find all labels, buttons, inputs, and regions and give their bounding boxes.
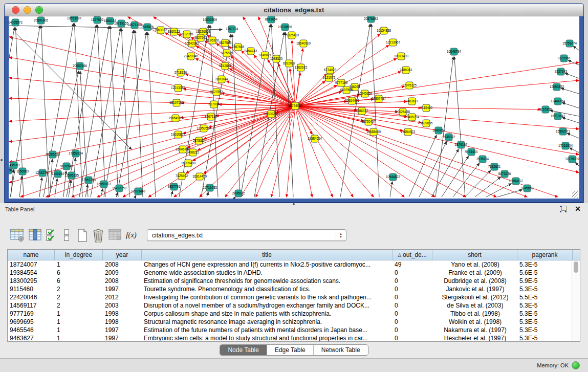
splitter-handle[interactable]: ▲ [292, 201, 296, 206]
network-node[interactable]: 12213382 [171, 84, 186, 92]
column-header-out_de[interactable]: △out_de... [393, 250, 432, 260]
network-node[interactable]: 1362615 [295, 64, 308, 71]
network-node[interactable]: 9474444 [465, 148, 478, 156]
network-node[interactable]: 12093832 [550, 83, 564, 91]
tab-edge-table[interactable]: Edge Table [267, 345, 314, 355]
network-node[interactable]: 16648784 [447, 48, 462, 55]
table-row[interactable]: 1830029562008Estimation of significance … [8, 277, 580, 285]
network-node[interactable]: 13505135 [64, 172, 79, 179]
network-node[interactable]: 2935114 [476, 156, 489, 163]
network-node[interactable]: 10653287 [67, 16, 82, 22]
network-node[interactable]: 18495794 [405, 114, 420, 121]
column-header-in_degree[interactable]: in_degree [55, 250, 103, 260]
table-row[interactable]: 977716911998Corpus callosum shape and si… [8, 310, 580, 318]
network-node[interactable]: 1435061 [9, 162, 20, 169]
network-node[interactable]: 20876682 [364, 16, 379, 23]
network-node[interactable]: 817004 [208, 101, 220, 108]
network-node[interactable]: 12213967 [386, 39, 401, 46]
table-vertical-scrollbar[interactable] [572, 260, 580, 341]
network-node[interactable]: 17975125 [402, 82, 417, 89]
network-node[interactable]: 8813054 [265, 16, 278, 23]
network-node[interactable]: 1588520 [270, 55, 283, 62]
network-node[interactable]: 7986372 [356, 107, 368, 115]
network-node[interactable]: 9463627 [406, 98, 419, 105]
column-header-name[interactable]: name [8, 250, 55, 260]
tab-network-table[interactable]: Network Table [314, 345, 368, 355]
network-window-titlebar[interactable]: citations_edges.txt [5, 4, 583, 16]
network-table-select[interactable]: citations_edges.txt ▲▼ [147, 229, 346, 241]
table-row[interactable]: 946362711997Embryonic stem cells: a mode… [8, 334, 580, 342]
network-node[interactable]: 1156863 [16, 168, 29, 175]
network-node[interactable]: 8215958 [539, 106, 552, 113]
network-node[interactable]: 2803144 [215, 76, 228, 83]
table-settings-icon[interactable] [10, 229, 25, 242]
network-node[interactable]: 20891406 [34, 17, 49, 24]
network-node[interactable]: 2495022 [232, 190, 245, 197]
network-node[interactable]: 7485063 [400, 67, 412, 74]
network-node[interactable]: 2367608 [232, 43, 245, 51]
network-node[interactable]: 9857791 [168, 183, 181, 190]
network-node[interactable]: 13325419 [285, 32, 299, 39]
select-functions-icon[interactable] [46, 229, 57, 242]
network-node[interactable]: 8454743 [245, 48, 257, 55]
network-node[interactable]: 7357224 [226, 26, 238, 33]
network-node[interactable]: 12353594 [197, 125, 211, 132]
canvas-resize-grip[interactable] [572, 191, 578, 198]
table-row[interactable]: 1938455462009Genome-wide association stu… [8, 269, 580, 277]
float-panel-icon[interactable] [560, 206, 567, 212]
network-graph[interactable]: 1872400767340239121072977716974626664975… [9, 16, 579, 199]
network-node[interactable]: 20206536 [46, 151, 60, 158]
network-node[interactable]: 15892971 [556, 128, 571, 135]
panel-collapse-arrow[interactable]: ◂ [0, 158, 3, 162]
table-row[interactable]: 1872400712008Changes of HCN gene express… [8, 260, 580, 269]
network-node[interactable]: 19654923 [401, 128, 416, 136]
network-node[interactable]: 12923448 [131, 188, 146, 195]
network-node[interactable]: 3175685 [221, 50, 233, 57]
network-node[interactable]: 16640910 [296, 40, 311, 47]
table-row[interactable]: 2242004622012Investigating the contribut… [8, 293, 580, 301]
delete-attribute-icon[interactable] [92, 229, 104, 243]
network-node[interactable]: 8860123 [168, 28, 181, 35]
network-node[interactable]: 8471626 [498, 170, 511, 178]
network-node[interactable]: 17359924 [69, 150, 83, 157]
network-node[interactable]: 1527602 [91, 16, 104, 24]
network-node[interactable]: 17957253 [81, 177, 96, 184]
network-node[interactable]: 19218596 [278, 24, 293, 31]
network-node[interactable]: 11675339 [565, 156, 579, 163]
network-node[interactable]: 12444154 [551, 98, 565, 105]
network-node[interactable]: 9115460 [420, 104, 433, 112]
network-node[interactable]: 9777169 [335, 79, 348, 86]
network-node[interactable]: 19654983 [168, 115, 183, 122]
column-header-short[interactable]: short [432, 250, 517, 260]
network-node[interactable]: 16154838 [377, 27, 391, 34]
column-header-pagerank[interactable]: pagerank [517, 250, 573, 260]
network-node[interactable]: 9121072 [323, 74, 336, 81]
network-node[interactable]: 10807487 [372, 95, 386, 102]
column-header-year[interactable]: year [103, 250, 142, 260]
network-node[interactable]: 9227343 [555, 68, 568, 75]
network-node[interactable]: 16782759 [112, 185, 127, 192]
new-table-icon[interactable] [77, 229, 88, 242]
toggle-rows-icon[interactable] [63, 229, 70, 242]
table-row[interactable]: 969969511998Structural magnetic resonanc… [8, 318, 580, 326]
network-node[interactable]: 14035572 [9, 19, 23, 26]
network-node[interactable]: 14671358 [127, 21, 142, 29]
network-node[interactable]: 1145194 [52, 170, 64, 178]
function-builder-icon[interactable]: f(x) [126, 231, 137, 239]
network-node[interactable]: 19166827 [171, 131, 186, 138]
network-node[interactable]: 6879197 [455, 141, 468, 148]
scrollbar-thumb[interactable] [574, 261, 578, 273]
network-node[interactable]: 8322037 [283, 60, 296, 67]
network-node[interactable]: 15716485 [203, 184, 217, 191]
network-node[interactable]: 10944522 [386, 173, 401, 181]
column-header-title[interactable]: title [142, 250, 393, 260]
network-node[interactable]: 7632621 [488, 163, 501, 170]
network-node[interactable]: 8938922 [443, 134, 455, 141]
memory-status-indicator[interactable] [572, 361, 580, 369]
network-node[interactable]: 10025438 [396, 108, 410, 116]
close-panel-icon[interactable]: ✕ [575, 205, 581, 213]
network-node[interactable]: 16210643 [551, 113, 565, 120]
network-node[interactable]: 18107552 [169, 99, 184, 106]
tab-node-table[interactable]: Node Table [220, 345, 267, 355]
network-node[interactable]: 9245652 [521, 185, 534, 192]
